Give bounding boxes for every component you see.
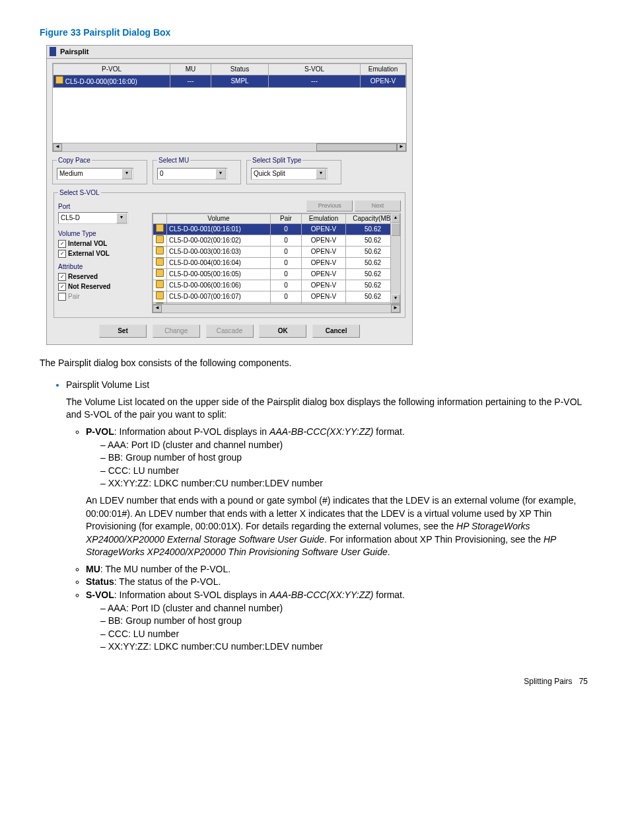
scroll-thumb[interactable] bbox=[391, 223, 400, 236]
dialog-titlebar: Pairsplit bbox=[47, 46, 412, 59]
scroll-left-icon[interactable]: ◄ bbox=[53, 143, 62, 151]
cell-pair: 0 bbox=[271, 246, 302, 257]
split-type-legend: Select Split Type bbox=[251, 156, 302, 165]
select-mu-dropdown[interactable]: 0 ▾ bbox=[157, 168, 227, 180]
checkbox-icon: ✓ bbox=[58, 283, 66, 291]
select-mu-value: 0 bbox=[160, 169, 165, 178]
cascade-button[interactable]: Cascade bbox=[206, 325, 254, 338]
dash-aaa: AAA: Port ID (cluster and channel number… bbox=[100, 439, 590, 452]
copy-pace-dropdown[interactable]: Medium ▾ bbox=[57, 168, 133, 180]
upper-status: SMPL bbox=[211, 75, 269, 87]
svol-table[interactable]: Volume Pair Emulation Capacity(MB) CL5-D… bbox=[152, 213, 401, 304]
col-emu2: Emulation bbox=[302, 213, 346, 223]
mu-rest: : The MU number of the P-VOL. bbox=[100, 564, 230, 574]
cell-volume: CL5-D-00-007(00:16:07) bbox=[167, 291, 271, 302]
pvol-end: format. bbox=[373, 426, 404, 437]
pairsplit-volume-list[interactable]: P-VOL MU Status S-VOL Emulation CL5-D-00… bbox=[52, 63, 407, 143]
chk-pair-label: Pair bbox=[68, 292, 80, 301]
pvol-rest: : Information about P-VOL displays in bbox=[114, 426, 269, 437]
table-row[interactable]: CL5-D-00-006(00:16:06)0OPEN-V50.62 bbox=[153, 280, 400, 291]
cell-volume: CL5-D-00-006(00:16:06) bbox=[167, 280, 271, 291]
scroll-right-icon[interactable]: ► bbox=[397, 143, 406, 151]
table-row[interactable]: CL5-D-00-003(00:16:03)0OPEN-V50.62 bbox=[153, 246, 400, 257]
chk-not-reserved[interactable]: ✓Not Reserved bbox=[58, 282, 147, 291]
cell-volume: CL5-D-00-008(00:16:08) bbox=[167, 302, 271, 304]
dialog-button-row: Set Change Cascade OK Cancel bbox=[52, 325, 407, 338]
chk-notreserved-label: Not Reserved bbox=[68, 282, 110, 291]
volume-icon bbox=[156, 247, 164, 254]
cell-emu: OPEN-V bbox=[302, 257, 346, 268]
cancel-button[interactable]: Cancel bbox=[312, 325, 360, 338]
checkbox-icon bbox=[58, 293, 66, 301]
horizontal-scrollbar-2[interactable]: ◄ ► bbox=[152, 304, 401, 313]
footer-section: Splitting Pairs bbox=[524, 677, 572, 686]
change-button[interactable]: Change bbox=[153, 325, 200, 338]
chk-reserved-label: Reserved bbox=[68, 272, 98, 282]
chevron-down-icon[interactable]: ▾ bbox=[122, 169, 132, 179]
table-row[interactable]: CL5-D-00-004(00:16:04)0OPEN-V50.62 bbox=[153, 257, 400, 268]
item-status: Status: The status of the P-VOL. bbox=[86, 576, 590, 589]
volume-icon bbox=[156, 235, 164, 243]
col-mu: MU bbox=[170, 63, 211, 75]
dialog-title-text: Pairsplit bbox=[60, 47, 88, 57]
cell-pair: 0 bbox=[271, 291, 302, 302]
port-label: Port bbox=[58, 202, 147, 211]
table-row[interactable]: CL5-D-00-008(00:16:08)0OPEN-V50.62 bbox=[153, 302, 400, 304]
scroll-up-icon[interactable]: ▴ bbox=[391, 213, 400, 223]
table-row[interactable]: CL5-D-00-007(00:16:07)0OPEN-V50.62 bbox=[153, 291, 400, 302]
vertical-scrollbar[interactable]: ▴ ▾ bbox=[390, 213, 400, 303]
upper-pvol: CL5-D-00-000(00:16:00) bbox=[65, 78, 137, 85]
page-footer: Splitting Pairs 75 bbox=[40, 676, 590, 687]
ok-button[interactable]: OK bbox=[259, 325, 306, 338]
chevron-down-icon[interactable]: ▾ bbox=[316, 169, 326, 179]
col-emu: Emulation bbox=[361, 63, 406, 75]
footer-page-number: 75 bbox=[579, 677, 588, 686]
scroll-left-icon[interactable]: ◄ bbox=[153, 305, 162, 313]
next-button[interactable]: Next bbox=[355, 200, 401, 211]
svol-fmt: AAA-BB-CCC(XX:YY:ZZ) bbox=[269, 590, 373, 600]
set-button[interactable]: Set bbox=[99, 325, 147, 338]
bullet-pairsplit-list: Pairsplit Volume List bbox=[66, 379, 149, 390]
previous-button[interactable]: Previous bbox=[306, 200, 353, 211]
chevron-down-icon[interactable]: ▾ bbox=[215, 169, 226, 179]
dash-xxyyzz: XX:YY:ZZ: LDKC number:CU number:LDEV num… bbox=[100, 477, 590, 490]
cell-pair: 0 bbox=[271, 235, 302, 246]
col-volume: Volume bbox=[167, 213, 271, 223]
tbl2-header: Volume Pair Emulation Capacity(MB) bbox=[153, 213, 400, 223]
chevron-down-icon[interactable]: ▾ bbox=[116, 213, 127, 223]
cell-pair: 0 bbox=[271, 302, 302, 304]
dash-bb-2: BB: Group number of host group bbox=[100, 615, 590, 628]
volume-icon bbox=[156, 291, 164, 299]
volume-icon bbox=[156, 224, 164, 232]
checkbox-icon: ✓ bbox=[58, 240, 66, 248]
scroll-down-icon[interactable]: ▾ bbox=[391, 294, 400, 303]
status-rest: : The status of the P-VOL. bbox=[114, 576, 221, 587]
pairsplit-dialog: Pairsplit P-VOL MU Status S-VOL Emulatio… bbox=[46, 45, 413, 345]
copy-pace-group: Copy Pace Medium ▾ bbox=[52, 156, 147, 184]
attribute-label: Attribute bbox=[58, 262, 147, 272]
mu-bold: MU bbox=[86, 564, 100, 574]
upper-row-selected[interactable]: CL5-D-00-000(00:16:00) --- SMPL --- OPEN… bbox=[53, 75, 406, 87]
chk-external-vol[interactable]: ✓External VOL bbox=[58, 249, 147, 258]
col-icon bbox=[153, 213, 167, 223]
chk-internal-vol[interactable]: ✓Internal VOL bbox=[58, 239, 147, 248]
ldev-p3: . bbox=[388, 547, 390, 557]
chk-pair[interactable]: Pair bbox=[58, 292, 147, 301]
chk-reserved[interactable]: ✓Reserved bbox=[58, 272, 147, 282]
dash-aaa-2: AAA: Port ID (cluster and channel number… bbox=[100, 602, 590, 615]
scroll-thumb[interactable] bbox=[316, 143, 397, 151]
scroll-right-icon[interactable]: ► bbox=[391, 305, 400, 313]
volume-type-label: Volume Type bbox=[58, 229, 147, 239]
col-pvol: P-VOL bbox=[53, 63, 170, 75]
split-type-dropdown[interactable]: Quick Split ▾ bbox=[251, 168, 328, 180]
chk-external-label: External VOL bbox=[68, 249, 110, 258]
svol-end: format. bbox=[373, 590, 404, 600]
table-row[interactable]: CL5-D-00-001(00:16:01)0OPEN-V50.62 bbox=[153, 223, 400, 235]
pvol-fmt: AAA-BB-CCC(XX:YY:ZZ) bbox=[269, 426, 373, 437]
cell-pair: 0 bbox=[271, 257, 302, 268]
horizontal-scrollbar[interactable]: ◄ ► bbox=[52, 143, 407, 152]
table-row[interactable]: CL5-D-00-002(00:16:02)0OPEN-V50.62 bbox=[153, 235, 400, 246]
cell-volume: CL5-D-00-003(00:16:03) bbox=[167, 246, 271, 257]
table-row[interactable]: CL5-D-00-005(00:16:05)0OPEN-V50.62 bbox=[153, 268, 400, 280]
port-dropdown[interactable]: CL5-D ▾ bbox=[58, 212, 128, 224]
